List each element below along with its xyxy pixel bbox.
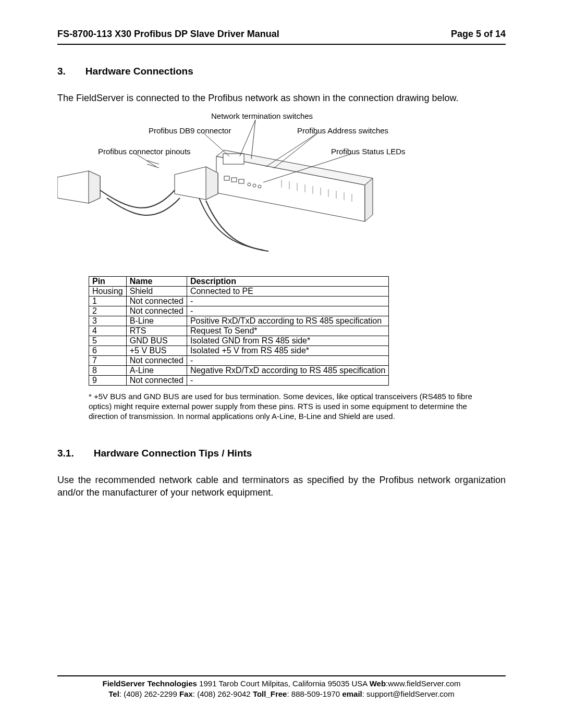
- table-row: 2Not connected-: [89, 306, 389, 316]
- table-row: 4RTSRequest To Send*: [89, 326, 389, 336]
- section-3-1-heading: 3.1. Hardware Connection Tips / Hints: [57, 448, 506, 459]
- svg-line-20: [251, 120, 255, 159]
- table-row: 1Not connected-: [89, 297, 389, 306]
- label-leds: Profibus Status LEDs: [331, 147, 406, 156]
- svg-point-16: [258, 185, 261, 188]
- connection-diagram: Network termination switches Profibus DB…: [57, 115, 506, 261]
- th-pin: Pin: [89, 277, 127, 287]
- svg-rect-10: [223, 154, 244, 164]
- diagram-svg: [57, 115, 506, 261]
- svg-line-23: [274, 133, 318, 168]
- table-row: 6+5 V BUSIsolated +5 V from RS 485 side*: [89, 346, 389, 356]
- label-db9: Profibus DB9 connector: [149, 126, 231, 135]
- label-net-term: Network termination switches: [211, 112, 313, 120]
- section-number: 3.1.: [57, 448, 74, 459]
- table-row: HousingShieldConnected to PE: [89, 287, 389, 297]
- table-row: 9Not connected-: [89, 376, 389, 386]
- table-row: 8A-LineNegative RxD/TxD according to RS …: [89, 366, 389, 376]
- intro-paragraph: The FieldServer is connected to the Prof…: [57, 92, 506, 104]
- svg-point-15: [253, 184, 256, 187]
- doc-title: FS-8700-113 X30 Profibus DP Slave Driver…: [57, 29, 279, 40]
- footer-line-2: Tel: (408) 262-2299 Fax: (408) 262-9042 …: [57, 689, 506, 699]
- svg-line-21: [203, 133, 229, 156]
- footer-line-1: FieldServer Technologies 1991 Tarob Cour…: [57, 678, 506, 689]
- section-title: Hardware Connections: [85, 66, 193, 77]
- label-pinouts: Profibus connector pinouts: [98, 147, 191, 156]
- svg-point-14: [248, 183, 251, 186]
- svg-rect-13: [239, 179, 244, 183]
- section-title: Hardware Connection Tips / Hints: [94, 448, 252, 459]
- svg-rect-11: [224, 176, 229, 180]
- section-3-heading: 3. Hardware Connections: [57, 66, 506, 77]
- table-row: 3B-LinePositive RxD/TxD according to RS …: [89, 316, 389, 326]
- page-number: Page 5 of 14: [451, 29, 506, 40]
- svg-line-19: [240, 120, 255, 156]
- section-number: 3.: [57, 66, 66, 77]
- svg-rect-12: [231, 178, 237, 182]
- table-row: 5GND BUSIsolated GND from RS 485 side*: [89, 336, 389, 346]
- svg-line-17: [147, 161, 159, 164]
- page-content: FS-8700-113 X30 Profibus DP Slave Driver…: [57, 29, 506, 509]
- pin-table: Pin Name Description HousingShieldConnec…: [89, 276, 389, 386]
- svg-line-22: [266, 133, 318, 167]
- page-footer: FieldServer Technologies 1991 Tarob Cour…: [57, 675, 506, 700]
- page-header: FS-8700-113 X30 Profibus DP Slave Driver…: [57, 29, 506, 45]
- table-row: 7Not connected-: [89, 356, 389, 366]
- th-desc: Description: [187, 277, 388, 287]
- th-name: Name: [126, 277, 187, 287]
- table-footnote: * +5V BUS and GND BUS are used for bus t…: [89, 392, 474, 421]
- tips-paragraph: Use the recommended network cable and te…: [57, 474, 506, 499]
- label-addr: Profibus Address switches: [297, 126, 388, 135]
- table-header-row: Pin Name Description: [89, 277, 389, 287]
